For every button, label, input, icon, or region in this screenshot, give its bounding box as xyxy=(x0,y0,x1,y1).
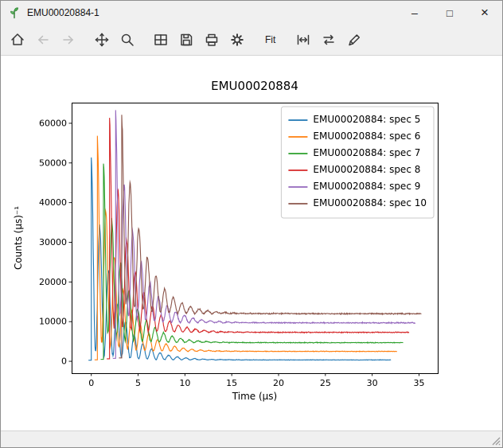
grid-icon xyxy=(153,32,169,48)
fit-button[interactable]: Fit xyxy=(259,28,282,52)
forward-button[interactable] xyxy=(57,28,80,52)
print-button[interactable] xyxy=(200,28,224,52)
home-icon xyxy=(10,32,25,48)
window-title: EMU00020884-1 xyxy=(27,7,397,18)
axes-range-button[interactable] xyxy=(291,28,315,52)
zoom-button[interactable] xyxy=(115,28,139,52)
back-arrow-icon xyxy=(35,32,51,48)
statusbar xyxy=(1,430,502,447)
pen-icon xyxy=(346,32,362,48)
resize-grip-icon[interactable] xyxy=(491,436,501,446)
figure-area xyxy=(1,56,502,430)
plot-window: EMU00020884-1 – □ × xyxy=(0,0,503,448)
save-button[interactable] xyxy=(174,28,198,52)
pan-button[interactable] xyxy=(90,28,114,52)
swap-arrows-icon xyxy=(321,32,337,48)
bracketed-arrows-icon xyxy=(295,32,311,48)
superplot-button[interactable] xyxy=(317,28,341,52)
maximize-button[interactable]: □ xyxy=(432,1,467,25)
floppy-save-icon xyxy=(178,32,194,48)
subplots-button[interactable] xyxy=(149,28,173,52)
home-button[interactable] xyxy=(6,28,29,52)
titlebar[interactable]: EMU00020884-1 – □ × xyxy=(1,1,502,25)
gear-icon xyxy=(229,32,245,48)
forward-arrow-icon xyxy=(60,32,76,48)
app-icon xyxy=(7,6,21,20)
minimize-button[interactable]: – xyxy=(397,1,432,25)
magnifier-icon xyxy=(119,32,135,48)
printer-icon xyxy=(204,32,220,48)
close-button[interactable]: × xyxy=(467,1,502,25)
toolbar: Fit xyxy=(1,25,502,56)
back-button[interactable] xyxy=(31,28,55,52)
options-button[interactable] xyxy=(225,28,249,52)
pan-move-icon xyxy=(94,32,110,48)
generate-script-button[interactable] xyxy=(342,28,366,52)
window-controls: – □ × xyxy=(397,1,502,25)
plot-canvas[interactable] xyxy=(8,58,495,429)
